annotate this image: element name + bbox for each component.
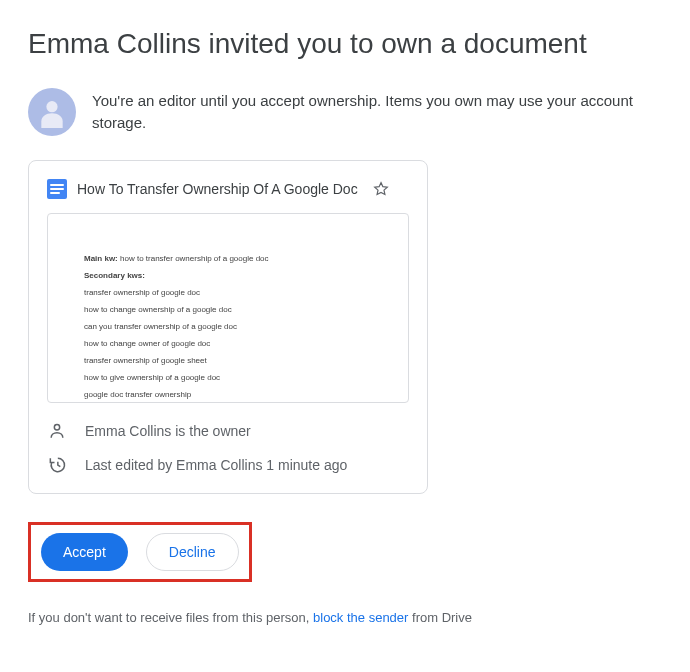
- history-icon: [47, 455, 67, 475]
- star-icon[interactable]: [372, 180, 390, 198]
- edited-row: Last edited by Emma Collins 1 minute ago: [47, 455, 409, 475]
- doc-preview: Main kw: how to transfer ownership of a …: [47, 213, 409, 403]
- edited-text: Last edited by Emma Collins 1 minute ago: [85, 457, 347, 473]
- person-silhouette-icon: [36, 96, 68, 128]
- svg-point-1: [54, 425, 59, 430]
- preview-line: how to change owner of google doc: [84, 339, 372, 348]
- block-sender-link[interactable]: block the sender: [313, 610, 408, 625]
- footer-text: If you don't want to receive files from …: [28, 610, 662, 625]
- action-highlight: Accept Decline: [28, 522, 252, 582]
- preview-secondary-label: Secondary kws:: [84, 271, 372, 280]
- doc-header: How To Transfer Ownership Of A Google Do…: [47, 179, 409, 199]
- avatar: [28, 88, 76, 136]
- preview-line: how to change ownership of a google doc: [84, 305, 372, 314]
- preview-line: transfer ownership of google doc: [84, 288, 372, 297]
- owner-text: Emma Collins is the owner: [85, 423, 251, 439]
- info-text: You're an editor until you accept owners…: [92, 90, 662, 135]
- preview-main-kw: Main kw: how to transfer ownership of a …: [84, 254, 372, 263]
- page-title: Emma Collins invited you to own a docume…: [28, 28, 662, 60]
- document-card: How To Transfer Ownership Of A Google Do…: [28, 160, 428, 494]
- google-doc-icon: [47, 179, 67, 199]
- decline-button[interactable]: Decline: [146, 533, 239, 571]
- preview-line: google doc transfer ownership: [84, 390, 372, 399]
- owner-row: Emma Collins is the owner: [47, 421, 409, 441]
- preview-line: can you transfer ownership of a google d…: [84, 322, 372, 331]
- preview-line: how to give ownership of a google doc: [84, 373, 372, 382]
- doc-title[interactable]: How To Transfer Ownership Of A Google Do…: [77, 181, 358, 197]
- preview-line: transfer ownership of google sheet: [84, 356, 372, 365]
- info-row: You're an editor until you accept owners…: [28, 88, 662, 136]
- person-icon: [47, 421, 67, 441]
- accept-button[interactable]: Accept: [41, 533, 128, 571]
- svg-point-0: [46, 101, 57, 112]
